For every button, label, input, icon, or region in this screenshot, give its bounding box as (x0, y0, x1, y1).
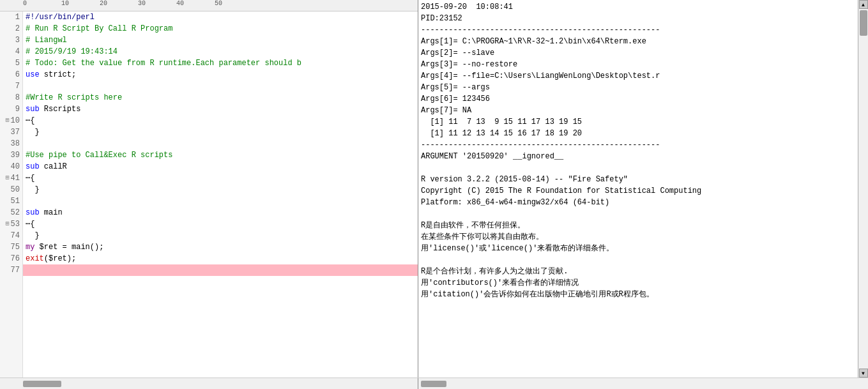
main-container: 0 10 20 30 40 50 1 2 3 4 5 6 7 8 9 ⊞10 (0, 0, 868, 378)
h-scroll-right[interactable] (418, 378, 868, 389)
h-scroll-thumb-left[interactable] (23, 381, 61, 387)
scroll-thumb[interactable] (860, 10, 867, 36)
code-line-41: ⋯{ (23, 172, 418, 184)
line-numbers: 1 2 3 4 5 6 7 8 9 ⊞10 37 38 39 40 ⊞41 50… (0, 11, 23, 378)
code-line-74: } (23, 230, 418, 241)
code-line-50: } (23, 184, 418, 195)
code-line-51 (23, 195, 418, 207)
output-row: 2015-09-20 10:08:41 PID:23152 ----------… (418, 0, 868, 378)
code-line-77 (23, 264, 418, 276)
scroll-down-btn[interactable]: ▼ (859, 369, 868, 378)
code-panel: 0 10 20 30 40 50 1 2 3 4 5 6 7 8 9 ⊞10 (0, 0, 418, 378)
code-line-53: ⋯{ (23, 218, 418, 230)
code-line-8: #Write R scripts here (23, 92, 418, 103)
code-line-52: sub main (23, 207, 418, 218)
code-line-3: # Liangwl (23, 34, 418, 46)
scroll-up-btn[interactable]: ▲ (859, 0, 868, 9)
code-line-10: ⋯{ (23, 115, 418, 126)
h-scroll-left[interactable] (0, 378, 418, 389)
code-line-6: use strict; (23, 69, 418, 80)
code-line-40: sub callR (23, 161, 418, 172)
code-line-38 (23, 138, 418, 149)
code-line-37: } (23, 126, 418, 138)
code-line-76: exit($ret); (23, 253, 418, 264)
code-content[interactable]: #!/usr/bin/perl # Run R Script By Call R… (23, 11, 418, 378)
h-scroll-thumb-right[interactable] (421, 381, 446, 387)
code-line-2: # Run R Script By Call R Program (23, 23, 418, 34)
code-line-75: my $ret = main(); (23, 241, 418, 253)
bottom-bar (0, 378, 868, 389)
code-line-7 (23, 80, 418, 92)
output-scrollbar[interactable]: ▲ ▼ (858, 0, 868, 378)
output-panel: 2015-09-20 10:08:41 PID:23152 ----------… (418, 0, 868, 378)
output-content[interactable]: 2015-09-20 10:08:41 PID:23152 ----------… (418, 0, 858, 378)
ruler: 0 10 20 30 40 50 (0, 0, 418, 11)
code-line-9: sub Rscripts (23, 103, 418, 115)
code-line-4: # 2015/9/19 19:43:14 (23, 46, 418, 57)
code-line-39: #Use pipe to Call&Exec R scripts (23, 149, 418, 161)
code-line-1: #!/usr/bin/perl (23, 11, 418, 23)
code-line-5: # Todo: Get the value from R runtime.Eac… (23, 57, 418, 69)
code-body: 1 2 3 4 5 6 7 8 9 ⊞10 37 38 39 40 ⊞41 50… (0, 11, 418, 378)
